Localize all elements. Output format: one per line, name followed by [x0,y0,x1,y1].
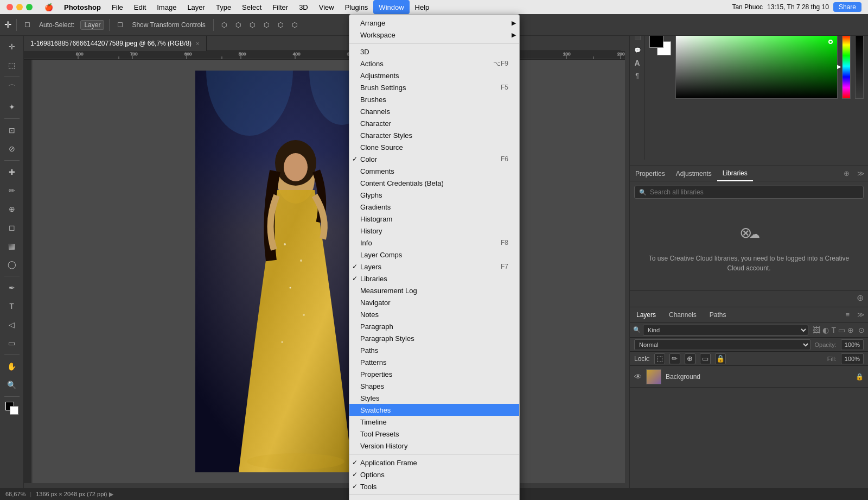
layer-visibility-icon[interactable]: 👁 [634,372,642,381]
menu-item-layer-comps[interactable]: Layer Comps [349,249,519,261]
menu-item-properties[interactable]: Properties [349,368,519,380]
tool-type[interactable]: T [3,298,21,315]
lock-artboard-icon[interactable]: ▭ [700,353,711,364]
fg-bg-swatches[interactable] [649,34,671,55]
menu-item-swatches[interactable]: Swatches [349,404,519,416]
layers-filter-smart-icon[interactable]: ⊕ [847,326,854,334]
menu-item-history[interactable]: History [349,225,519,237]
tool-marquee[interactable]: ⬚ [3,56,21,74]
fill-value[interactable]: 100% [841,353,864,364]
color-gradient-picker[interactable]: ▶ [675,34,838,99]
move-tool-icon[interactable]: ✛ [4,20,11,30]
menubar-select[interactable]: Select [237,0,267,14]
menu-item-workspace[interactable]: Workspace ▶ [349,29,519,41]
status-info-icon[interactable]: ▶ [109,491,113,498]
libs-add-icon[interactable]: ⊕ [857,293,864,303]
menu-item-color[interactable]: ✓ Color F6 [349,153,519,165]
toolbar-align-top[interactable]: ⬡ [261,20,272,30]
toolbar-align-right[interactable]: ⬡ [247,20,258,30]
tab-paths[interactable]: Paths [703,307,733,322]
libs-options-icon[interactable]: ⊕ [839,169,854,178]
tab-adjustments[interactable]: Adjustments [671,166,717,181]
layers-collapse-icon[interactable]: ≫ [854,311,868,319]
icon-para-strip[interactable]: ¶ [632,71,643,81]
layers-filter-dot-icon[interactable]: ⊙ [858,326,865,334]
menu-item-paths[interactable]: Paths [349,344,519,356]
menu-item-options[interactable]: ✓ Options [349,469,519,480]
menu-item-histogram[interactable]: Histogram [349,213,519,225]
menu-item-shapes[interactable]: Shapes [349,380,519,392]
menubar-photoshop[interactable]: Photoshop [59,0,106,14]
tool-dodge[interactable]: ◯ [3,256,21,273]
layers-filter-adjust-icon[interactable]: ◐ [822,326,829,334]
tool-eyedropper[interactable]: ⊘ [3,140,21,157]
tool-fg-bg[interactable] [3,400,21,417]
menu-item-brushes[interactable]: Brushes [349,93,519,105]
tool-shape[interactable]: ▭ [3,334,21,352]
layers-kind-filter[interactable]: Kind [643,325,808,336]
menu-item-tool-presets[interactable]: Tool Presets [349,428,519,440]
icon-comment-strip[interactable]: 💬 [632,45,643,55]
lock-position-icon[interactable]: ⊕ [685,353,695,364]
toolbar-layer-select[interactable]: Layer [80,20,104,30]
menubar-window[interactable]: Window [373,0,409,14]
libs-collapse-icon[interactable]: ≫ [854,169,868,178]
menu-item-paragraph[interactable]: Paragraph [349,320,519,332]
menu-item-measurement-log[interactable]: Measurement Log [349,284,519,296]
tool-gradient[interactable]: ▦ [3,237,21,255]
menu-item-actions[interactable]: Actions ⌥F9 [349,58,519,69]
icon-type-strip[interactable]: A [632,58,643,68]
tool-eraser[interactable]: ◻ [3,219,21,236]
menubar-type[interactable]: Type [210,0,237,14]
menu-item-arrange[interactable]: Arrange ▶ [349,17,519,29]
tab-close-icon[interactable]: × [196,40,199,47]
share-button[interactable]: Share [833,2,861,12]
menu-item-info[interactable]: Info F8 [349,237,519,249]
lock-image-icon[interactable]: ✏ [669,353,680,364]
menu-item-clone-source[interactable]: Clone Source [349,141,519,153]
menubar-layer[interactable]: Layer [182,0,210,14]
alpha-bar[interactable] [855,34,864,99]
toolbar-transform-checkbox[interactable]: ☐ [114,20,126,30]
menu-item-patterns[interactable]: Patterns [349,356,519,368]
toolbar-align-center-h[interactable]: ⬡ [233,20,244,30]
toolbar-autoselect-checkbox[interactable]: ☐ [22,20,33,30]
toolbar-align-bottom[interactable]: ⬡ [289,20,300,30]
layers-filter-type-icon[interactable]: T [831,326,836,334]
fullscreen-button[interactable] [26,4,33,10]
menu-item-application-frame[interactable]: ✓ Application Frame [349,457,519,469]
menubar-apple[interactable]: 🍎 [39,0,59,14]
tab-layers[interactable]: Layers [630,307,662,322]
menu-item-tools[interactable]: ✓ Tools [349,480,519,492]
menu-item-character-styles[interactable]: Character Styles [349,129,519,141]
menu-item-libraries[interactable]: ✓ Libraries [349,273,519,284]
libs-search-bar[interactable]: 🔍 [634,186,864,199]
menu-item-navigator[interactable]: Navigator [349,296,519,308]
menu-item-paragraph-styles[interactable]: Paragraph Styles [349,332,519,344]
tool-brush[interactable]: ✏ [3,182,21,199]
hue-bar[interactable] [842,34,851,99]
menu-item-channels[interactable]: Channels [349,105,519,117]
tab-file[interactable]: 1-169816885766661442077589.jpeg @ 66,7% … [24,36,207,51]
tab-properties[interactable]: Properties [630,166,671,181]
menu-item-gradients[interactable]: Gradients [349,201,519,213]
menu-item-brush-settings[interactable]: Brush Settings F5 [349,81,519,93]
minimize-button[interactable] [16,4,23,10]
libs-search-input[interactable] [650,188,859,196]
tool-zoom[interactable]: 🔍 [3,376,21,394]
tool-lasso[interactable]: ⌒ [3,80,21,97]
menu-item-layers[interactable]: ✓ Layers F7 [349,261,519,273]
menubar-view[interactable]: View [314,0,340,14]
menu-item-glyphs[interactable]: Glyphs [349,189,519,201]
menu-item-adjustments[interactable]: Adjustments [349,69,519,81]
menubar-help[interactable]: Help [410,0,435,14]
lock-all-icon[interactable]: 🔒 [715,353,726,364]
menu-item-3d[interactable]: 3D [349,46,519,58]
menu-item-notes[interactable]: Notes [349,308,519,320]
menu-item-comments[interactable]: Comments [349,165,519,177]
toolbar-align-center-v[interactable]: ⬡ [275,20,286,30]
menubar-file[interactable]: File [106,0,129,14]
tab-channels[interactable]: Channels [662,307,703,322]
lock-transparent-icon[interactable]: ⬚ [654,353,665,364]
layers-options-icon[interactable]: ≡ [841,311,854,319]
